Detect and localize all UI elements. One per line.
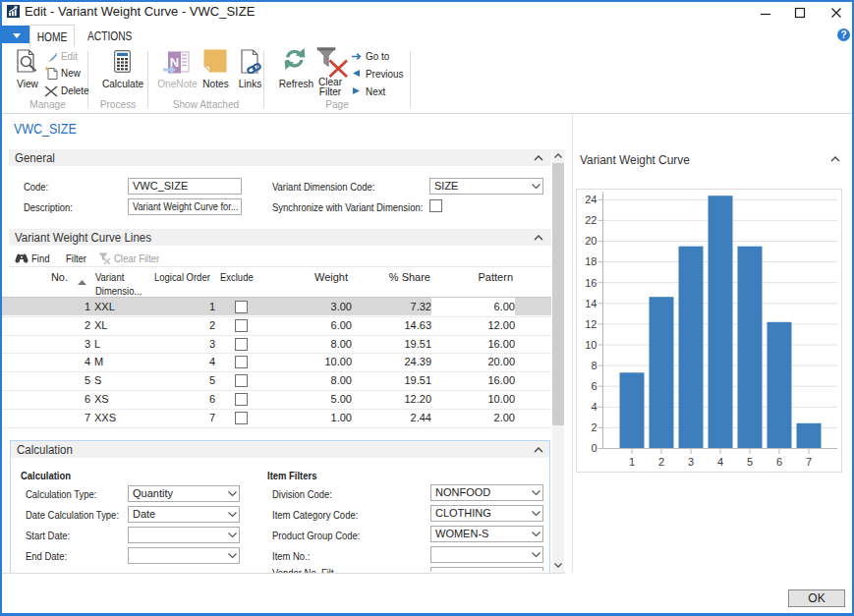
- svg-text:18: 18: [585, 255, 597, 267]
- svg-text:7: 7: [806, 456, 812, 468]
- svg-text:24: 24: [585, 194, 597, 205]
- svg-text:2: 2: [658, 456, 664, 468]
- svg-text:12: 12: [585, 318, 597, 330]
- svg-text:16: 16: [585, 277, 597, 289]
- svg-text:0: 0: [591, 442, 597, 454]
- svg-text:4: 4: [591, 401, 597, 413]
- svg-text:14: 14: [585, 298, 597, 309]
- svg-text:8: 8: [591, 360, 597, 371]
- svg-text:22: 22: [585, 214, 597, 226]
- svg-text:5: 5: [747, 456, 753, 468]
- svg-text:4: 4: [717, 456, 723, 468]
- svg-text:10: 10: [585, 339, 597, 351]
- svg-text:2: 2: [591, 421, 597, 433]
- svg-text:3: 3: [688, 456, 694, 468]
- svg-text:6: 6: [591, 380, 597, 392]
- svg-text:20: 20: [585, 235, 597, 247]
- svg-text:1: 1: [629, 456, 635, 468]
- svg-text:6: 6: [776, 456, 782, 468]
